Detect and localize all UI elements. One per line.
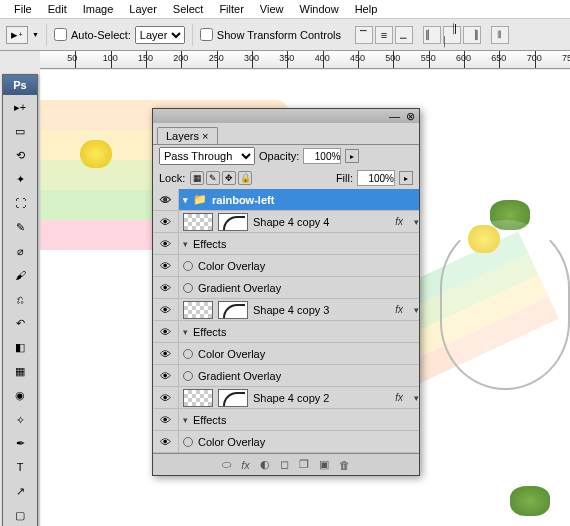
gradient-tool-icon[interactable]: ▦ xyxy=(3,359,37,383)
fx-badge[interactable]: fx xyxy=(395,392,403,403)
effect-name: Gradient Overlay xyxy=(198,370,281,382)
move-tool-indicator[interactable]: ▸+ xyxy=(6,26,28,44)
opacity-input[interactable] xyxy=(303,148,341,164)
panel-titlebar[interactable]: — ⊗ xyxy=(153,109,419,123)
menu-image[interactable]: Image xyxy=(75,3,122,15)
main-menu[interactable]: FileEditImageLayerSelectFilterViewWindow… xyxy=(0,0,570,19)
layer-name: Shape 4 copy 4 xyxy=(253,216,329,228)
opacity-flyout-icon[interactable]: ▸ xyxy=(345,149,359,163)
menu-filter[interactable]: Filter xyxy=(211,3,251,15)
visibility-icon[interactable]: 👁 xyxy=(153,255,179,276)
visibility-icon[interactable]: 👁 xyxy=(153,233,179,254)
align-top-icon[interactable]: ⎺ xyxy=(355,26,373,44)
autoselect-checkbox[interactable] xyxy=(54,28,67,41)
lock-position-icon: ✥ xyxy=(222,171,236,185)
path-tool-icon[interactable]: ↗ xyxy=(3,479,37,503)
align-vcenter-icon[interactable]: ≡ xyxy=(375,26,393,44)
align-bottom-icon[interactable]: ⎽ xyxy=(395,26,413,44)
menu-select[interactable]: Select xyxy=(165,3,212,15)
effects-row[interactable]: 👁▾ Effects xyxy=(153,409,419,431)
lasso-tool-icon[interactable]: ⟲ xyxy=(3,143,37,167)
brush-tool-icon[interactable]: 🖌 xyxy=(3,263,37,287)
transform-checkbox[interactable] xyxy=(200,28,213,41)
autoselect-dropdown[interactable]: Layer xyxy=(135,26,185,44)
align-left-icon[interactable]: |⎸ xyxy=(423,26,441,44)
menu-file[interactable]: File xyxy=(6,3,40,15)
fx-icon[interactable]: fx xyxy=(241,459,250,471)
autoselect-label: Auto-Select: xyxy=(71,29,131,41)
blend-mode-dropdown[interactable]: Pass Through xyxy=(159,147,255,165)
dodge-tool-icon[interactable]: ⟡ xyxy=(3,407,37,431)
effect-item[interactable]: 👁 Gradient Overlay xyxy=(153,277,419,299)
stamp-tool-icon[interactable]: ⎌ xyxy=(3,287,37,311)
visibility-icon[interactable]: 👁 xyxy=(153,299,179,320)
visibility-icon[interactable]: 👁 xyxy=(153,343,179,364)
effect-item[interactable]: 👁 Gradient Overlay xyxy=(153,365,419,387)
menu-view[interactable]: View xyxy=(252,3,292,15)
mask-icon[interactable]: ◐ xyxy=(260,458,270,471)
eyedropper-tool-icon[interactable]: ✎ xyxy=(3,215,37,239)
type-tool-icon[interactable]: T xyxy=(3,455,37,479)
move-tool-icon[interactable]: ▸+ xyxy=(3,95,37,119)
menu-window[interactable]: Window xyxy=(292,3,347,15)
effects-row[interactable]: 👁▾ Effects xyxy=(153,321,419,343)
layer-group-row[interactable]: 👁 ▾ 📁 rainbow-left xyxy=(153,189,419,211)
distribute-icon[interactable]: ⫴ xyxy=(491,26,509,44)
effect-item[interactable]: 👁 Color Overlay xyxy=(153,255,419,277)
wand-tool-icon[interactable]: ✦ xyxy=(3,167,37,191)
layer-row[interactable]: 👁Shape 4 copy 3fx▾ xyxy=(153,299,419,321)
marquee-tool-icon[interactable]: ▭ xyxy=(3,119,37,143)
layer-row[interactable]: 👁Shape 4 copy 2fx▾ xyxy=(153,387,419,409)
opacity-label: Opacity: xyxy=(259,150,299,162)
layer-row[interactable]: 👁Shape 4 copy 4fx▾ xyxy=(153,211,419,233)
visibility-icon[interactable]: 👁 xyxy=(153,211,179,232)
layer-thumb xyxy=(183,301,213,319)
tool-dropdown-arrow[interactable]: ▼ xyxy=(32,31,39,38)
trash-icon[interactable]: 🗑 xyxy=(339,459,350,471)
visibility-icon[interactable]: 👁 xyxy=(153,387,179,408)
effect-item[interactable]: 👁 Color Overlay xyxy=(153,343,419,365)
new-layer-icon[interactable]: ▣ xyxy=(319,458,329,471)
options-bar: ▸+ ▼ Auto-Select: Layer Show Transform C… xyxy=(0,19,570,51)
visibility-icon[interactable]: 👁 xyxy=(153,321,179,342)
blur-tool-icon[interactable]: ◉ xyxy=(3,383,37,407)
lock-label: Lock: xyxy=(159,172,185,184)
fill-input[interactable] xyxy=(357,170,395,186)
menu-layer[interactable]: Layer xyxy=(121,3,165,15)
lock-transparent-icon: ▦ xyxy=(190,171,204,185)
menu-edit[interactable]: Edit xyxy=(40,3,75,15)
visibility-icon[interactable]: 👁 xyxy=(153,409,179,430)
effect-dot-icon xyxy=(183,261,193,271)
pen-tool-icon[interactable]: ✒ xyxy=(3,431,37,455)
visibility-icon[interactable]: 👁 xyxy=(153,431,179,452)
eraser-tool-icon[interactable]: ◧ xyxy=(3,335,37,359)
herb-art-2 xyxy=(510,486,550,516)
layers-tab[interactable]: Layers × xyxy=(157,127,218,144)
shape-tool-icon[interactable]: ▢ xyxy=(3,503,37,526)
minimize-icon[interactable]: — xyxy=(389,110,400,122)
lock-all-icon: 🔒 xyxy=(238,171,252,185)
fx-badge[interactable]: fx xyxy=(395,304,403,315)
panel-footer: ⬭ fx ◐ ◻ ❐ ▣ 🗑 xyxy=(153,453,419,475)
close-icon[interactable]: ⊗ xyxy=(406,110,415,123)
heal-tool-icon[interactable]: ⌀ xyxy=(3,239,37,263)
adjustment-icon[interactable]: ◻ xyxy=(280,458,289,471)
visibility-icon[interactable]: 👁 xyxy=(153,277,179,298)
fill-flyout-icon[interactable]: ▸ xyxy=(399,171,413,185)
effects-row[interactable]: 👁▾ Effects xyxy=(153,233,419,255)
crop-tool-icon[interactable]: ⛶ xyxy=(3,191,37,215)
effect-dot-icon xyxy=(183,437,193,447)
align-hcenter-icon[interactable]: ⎹|⎸ xyxy=(443,26,461,44)
lemon-art-1 xyxy=(80,140,112,168)
align-right-icon[interactable]: ⎹| xyxy=(463,26,481,44)
visibility-icon[interactable]: 👁 xyxy=(153,365,179,386)
link-icon[interactable]: ⬭ xyxy=(222,458,231,471)
history-brush-icon[interactable]: ↶ xyxy=(3,311,37,335)
app-badge: Ps xyxy=(13,79,26,91)
effect-item[interactable]: 👁 Color Overlay xyxy=(153,431,419,453)
lock-buttons[interactable]: ▦✎✥🔒 xyxy=(189,171,253,185)
menu-help[interactable]: Help xyxy=(347,3,386,15)
new-folder-icon[interactable]: ❐ xyxy=(299,458,309,471)
visibility-icon[interactable]: 👁 xyxy=(153,189,179,210)
fx-badge[interactable]: fx xyxy=(395,216,403,227)
